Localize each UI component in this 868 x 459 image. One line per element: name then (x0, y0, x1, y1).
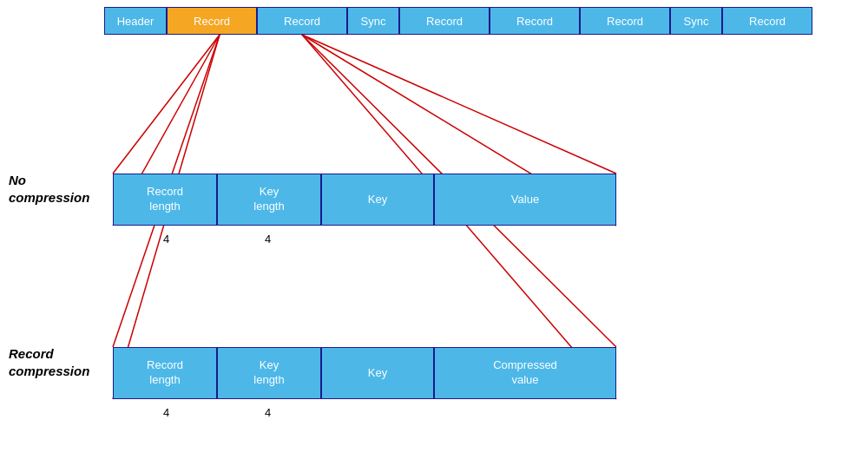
record-highlight-cell: Record (167, 7, 257, 35)
no-comp-num-left: 4 (163, 233, 169, 246)
rec-comp-key-length: Keylength (217, 347, 321, 399)
no-compression-bar: Recordlength Keylength Key Value (113, 174, 616, 226)
no-comp-key: Key (321, 174, 434, 226)
header-cell: Header (104, 7, 167, 35)
svg-line-0 (113, 35, 220, 174)
top-bar: Header Record Record Sync Record Record … (104, 7, 859, 35)
no-compression-label: Nocompression (9, 172, 104, 206)
no-comp-record-length: Recordlength (113, 174, 217, 226)
record-compression-bar: Recordlength Keylength Key Compressedval… (113, 347, 616, 399)
sync-cell-2: Sync (670, 7, 722, 35)
no-comp-key-length: Keylength (217, 174, 321, 226)
rec-comp-value: Compressedvalue (434, 347, 616, 399)
record-cell-5: Record (490, 7, 580, 35)
record-cell-4: Record (399, 7, 490, 35)
record-cell-6: Record (580, 7, 670, 35)
record-compression-label: Recordcompression (9, 345, 104, 379)
sync-cell-1: Sync (347, 7, 399, 35)
rec-comp-num-right: 4 (265, 406, 271, 419)
record-cell-8: Record (722, 7, 812, 35)
no-comp-num-right: 4 (265, 233, 271, 246)
record-cell-2: Record (257, 7, 347, 35)
svg-line-2 (302, 35, 616, 174)
rec-comp-num-left: 4 (163, 406, 169, 419)
diagram-container: Header Record Record Sync Record Record … (0, 0, 868, 459)
rec-comp-key: Key (321, 347, 434, 399)
rec-comp-record-length: Recordlength (113, 347, 217, 399)
no-comp-value: Value (434, 174, 616, 226)
